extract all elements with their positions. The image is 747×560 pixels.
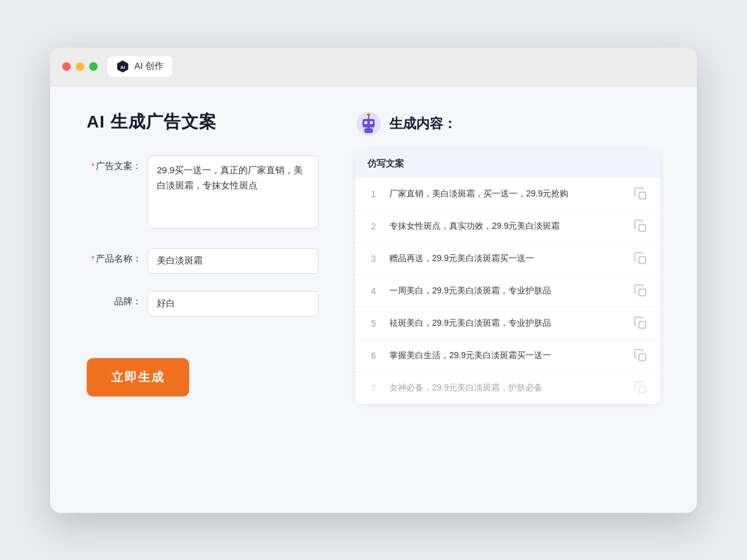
- ai-tab-icon: AI: [116, 60, 129, 73]
- result-row: 4 一周美白，29.9元美白淡斑霜，专业护肤品: [355, 275, 660, 307]
- row-num: 3: [367, 254, 380, 264]
- result-row: 2 专抹女性斑点，真实功效，29.9元美白淡斑霜: [355, 210, 660, 243]
- svg-text:AI: AI: [120, 64, 125, 70]
- row-num: 7: [367, 383, 380, 393]
- svg-rect-3: [363, 119, 375, 127]
- row-num: 4: [367, 286, 380, 296]
- left-panel: AI 生成广告文案 *广告文案： 29.9买一送一，真正的厂家直销，美白淡斑霜，…: [87, 110, 319, 489]
- row-num: 6: [367, 351, 380, 361]
- copy-icon[interactable]: [633, 219, 648, 234]
- row-text: 掌握美白生活，29.9元美白淡斑霜买一送一: [389, 349, 624, 362]
- copy-icon[interactable]: [633, 187, 648, 201]
- ad-copy-label: *广告文案：: [87, 156, 142, 172]
- row-num: 2: [367, 221, 380, 231]
- product-name-input[interactable]: [148, 248, 319, 274]
- browser-tab[interactable]: AI AI 创作: [107, 56, 172, 77]
- brand-input[interactable]: [148, 291, 319, 317]
- svg-point-4: [364, 121, 367, 124]
- page-title: AI 生成广告文案: [87, 110, 319, 134]
- right-panel: 生成内容： 仿写文案 1 厂家直销，美白淡斑霜，买一送一，29.9元抢购 2 专…: [355, 110, 660, 489]
- row-text: 一周美白，29.9元美白淡斑霜，专业护肤品: [389, 284, 624, 297]
- tab-label: AI 创作: [134, 60, 164, 72]
- traffic-lights: [62, 62, 98, 71]
- row-text: 专抹女性斑点，真实功效，29.9元美白淡斑霜: [389, 220, 624, 232]
- result-row: 6 掌握美白生活，29.9元美白淡斑霜买一送一: [355, 340, 660, 372]
- svg-rect-8: [364, 128, 373, 133]
- svg-rect-14: [639, 321, 646, 328]
- product-name-row: *产品名称：: [87, 248, 319, 274]
- row-text: 赠品再送，29.9元美白淡斑霜买一送一: [389, 252, 624, 265]
- row-num: 1: [367, 189, 380, 199]
- copy-icon[interactable]: [633, 284, 648, 298]
- generate-button[interactable]: 立即生成: [87, 358, 189, 397]
- result-row: 3 赠品再送，29.9元美白淡斑霜买一送一: [355, 243, 660, 275]
- svg-rect-16: [639, 386, 646, 393]
- svg-rect-15: [639, 354, 646, 361]
- svg-rect-9: [367, 127, 370, 129]
- brand-row: 品牌：: [87, 291, 319, 317]
- required-star-product: *: [91, 253, 95, 264]
- svg-rect-12: [639, 257, 646, 264]
- traffic-light-green[interactable]: [89, 62, 98, 71]
- product-name-label: *产品名称：: [87, 248, 142, 265]
- required-star-ad: *: [91, 160, 95, 171]
- traffic-light-red[interactable]: [62, 62, 71, 71]
- copy-icon[interactable]: [633, 348, 648, 363]
- copy-icon[interactable]: [633, 316, 648, 331]
- brand-input-wrap: [148, 291, 319, 317]
- svg-point-5: [370, 121, 373, 124]
- result-row-dimmed: 7 女神必备，29.9元美白淡斑霜，护肤必备: [355, 372, 660, 404]
- row-text: 厂家直销，美白淡斑霜，买一送一，29.9元抢购: [389, 187, 624, 200]
- browser-window: AI AI 创作 AI 生成广告文案 *广告文案： 29.9买一送一，真正的厂家…: [50, 48, 697, 513]
- result-table-header: 仿写文案: [355, 149, 660, 178]
- copy-icon[interactable]: [633, 381, 648, 395]
- product-name-input-wrap: [148, 248, 319, 274]
- result-header: 生成内容：: [355, 110, 660, 137]
- ad-copy-row: *广告文案： 29.9买一送一，真正的厂家直销，美白淡斑霜，专抹女性斑点: [87, 156, 319, 231]
- result-table: 仿写文案 1 厂家直销，美白淡斑霜，买一送一，29.9元抢购 2 专抹女性斑点，…: [355, 149, 660, 404]
- robot-icon: [355, 110, 382, 137]
- ad-copy-input-wrap: 29.9买一送一，真正的厂家直销，美白淡斑霜，专抹女性斑点: [148, 156, 319, 231]
- svg-rect-11: [639, 224, 646, 231]
- traffic-light-yellow[interactable]: [76, 62, 84, 71]
- row-text: 女神必备，29.9元美白淡斑霜，护肤必备: [389, 381, 624, 394]
- row-text: 祛斑美白，29.9元美白淡斑霜，专业护肤品: [389, 317, 624, 329]
- brand-label: 品牌：: [87, 291, 142, 307]
- svg-point-7: [367, 113, 370, 116]
- result-row: 1 厂家直销，美白淡斑霜，买一送一，29.9元抢购: [355, 178, 660, 210]
- browser-content: AI 生成广告文案 *广告文案： 29.9买一送一，真正的厂家直销，美白淡斑霜，…: [50, 86, 697, 513]
- row-num: 5: [367, 318, 380, 328]
- ad-copy-textarea[interactable]: 29.9买一送一，真正的厂家直销，美白淡斑霜，专抹女性斑点: [148, 156, 319, 229]
- copy-icon[interactable]: [633, 251, 648, 266]
- browser-titlebar: AI AI 创作: [50, 48, 697, 86]
- result-title: 生成内容：: [389, 115, 457, 133]
- svg-rect-10: [639, 192, 646, 199]
- svg-rect-13: [639, 289, 646, 296]
- result-row: 5 祛斑美白，29.9元美白淡斑霜，专业护肤品: [355, 307, 660, 340]
